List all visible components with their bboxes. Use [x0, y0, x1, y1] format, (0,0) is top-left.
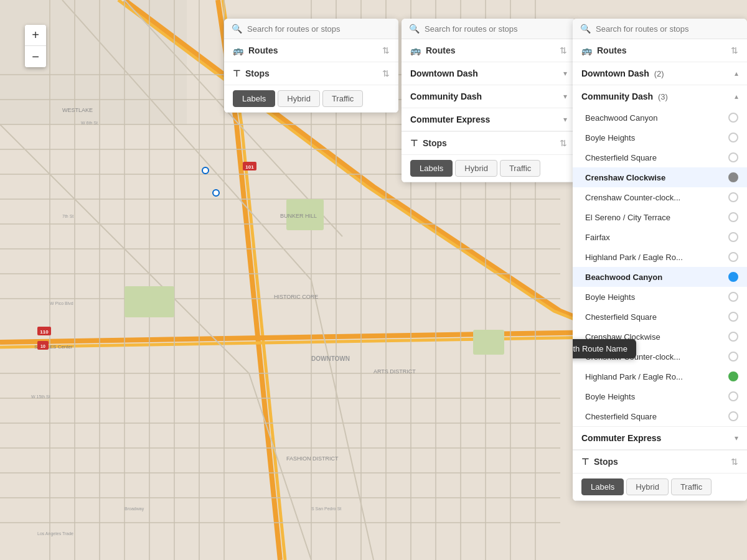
sub-route-highland-park-1[interactable]: Highland Park / Eagle Ro...	[573, 247, 747, 267]
tooltip-container: Highland Park / Eagle Ro... This is a No…	[573, 366, 747, 386]
svg-text:W Pico Blvd: W Pico Blvd	[50, 301, 73, 306]
chevron-commuter-2: ▾	[563, 115, 567, 124]
hybrid-btn-3[interactable]: Hybrid	[626, 478, 669, 495]
community-dash-label-2: Community Dash	[410, 91, 482, 101]
commuter-express-label-3: Commuter Express	[581, 433, 661, 443]
search-input-1[interactable]	[247, 24, 391, 34]
search-bar-3[interactable]: 🔍	[573, 19, 747, 39]
sub-route-chesterfield-3[interactable]: Chesterfield Square	[573, 406, 747, 426]
traffic-btn-2[interactable]: Traffic	[500, 160, 540, 177]
sub-route-crenshaw-ccw[interactable]: Crenshaw Counter-clock...	[573, 187, 747, 207]
sub-route-crenshaw-cw[interactable]: Crenshaw Clockwise	[573, 167, 747, 187]
sort-icon-3[interactable]: ⇅	[731, 45, 738, 55]
radio-boyle-2[interactable]	[728, 292, 738, 302]
route-group-commuter-3: Commuter Express ▾	[573, 427, 747, 450]
sub-route-boyle-heights-1[interactable]: Boyle Heights	[573, 128, 747, 147]
chevron-commuter-3: ▾	[735, 434, 738, 442]
sub-route-fairfax[interactable]: Fairfax	[573, 227, 747, 247]
svg-point-63	[213, 190, 219, 196]
radio-crenshaw-ccw[interactable]	[728, 192, 738, 202]
route-group-header-downtown-3[interactable]: Downtown Dash (2) ▴	[573, 62, 747, 85]
routes-section-header-3[interactable]: 🚌 Routes ⇅	[573, 39, 747, 62]
panel-routes-expanded: 🔍 🚌 Routes ⇅ Downtown Dash (2) ▴ Communi…	[573, 19, 747, 501]
traffic-btn-3[interactable]: Traffic	[671, 478, 712, 495]
sub-route-beachwood-2[interactable]: Beachwood Canyon	[573, 267, 747, 287]
search-input-2[interactable]	[425, 24, 568, 34]
radio-chesterfield-2[interactable]	[728, 312, 738, 322]
svg-text:W 6th St: W 6th St	[81, 121, 98, 125]
radio-fairfax[interactable]	[728, 232, 738, 242]
routes-title-2: 🚌 Routes	[410, 45, 455, 55]
route-group-header-commuter-2[interactable]: Commuter Express ▾	[402, 108, 576, 131]
traffic-btn-1[interactable]: Traffic	[322, 90, 363, 107]
sub-route-beachwood-1[interactable]: Beachwood Canyon	[573, 108, 747, 128]
sub-route-boyle-heights-2[interactable]: Boyle Heights	[573, 287, 747, 307]
routes-section-header-1[interactable]: 🚌 Routes ⇅	[224, 39, 398, 62]
sub-route-el-sereno[interactable]: El Sereno / City Terrace	[573, 207, 747, 227]
radio-highland-1[interactable]	[728, 252, 738, 262]
zoom-in-button[interactable]: +	[25, 25, 46, 46]
route-group-header-community-3[interactable]: Community Dash (3) ▴	[573, 85, 747, 108]
labels-btn-1[interactable]: Labels	[233, 90, 275, 107]
route-list-3: Downtown Dash (2) ▴ Community Dash (3) ▴…	[573, 62, 747, 450]
sub-route-boyle-heights-3[interactable]: Boyle Heights	[573, 386, 747, 406]
hybrid-btn-1[interactable]: Hybrid	[278, 90, 320, 107]
stops-sort-icon-1[interactable]: ⇅	[382, 68, 390, 78]
panel-routes-basic: 🔍 🚌 Routes ⇅ ⊤ Stops ⇅ Labels Hybrid Tra…	[224, 19, 398, 113]
svg-text:110: 110	[40, 329, 49, 335]
chevron-community-3: ▴	[735, 92, 738, 101]
svg-text:Los Angeles Trade: Los Angeles Trade	[37, 531, 73, 536]
svg-text:FASHION DISTRICT: FASHION DISTRICT	[286, 455, 339, 462]
search-bar-2[interactable]: 🔍	[402, 19, 576, 39]
search-icon-3: 🔍	[580, 24, 591, 34]
svg-text:DOWNTOWN: DOWNTOWN	[311, 355, 350, 362]
route-group-header-downtown-2[interactable]: Downtown Dash ▾	[402, 62, 576, 85]
chevron-downtown-3: ▴	[735, 69, 738, 78]
radio-crenshaw-cw[interactable]	[728, 172, 738, 182]
downtown-dash-label-3: Downtown Dash (2)	[581, 68, 664, 78]
radio-chesterfield-1[interactable]	[728, 152, 738, 162]
sub-route-crenshaw-ccw-2[interactable]: Crenshaw Counter-clock...	[573, 347, 747, 366]
svg-text:W 15th St: W 15th St	[31, 394, 50, 399]
labels-btn-2[interactable]: Labels	[410, 160, 453, 177]
panel-routes-collapsed: 🔍 🚌 Routes ⇅ Downtown Dash ▾ Community D…	[402, 19, 576, 182]
search-bar-1[interactable]: 🔍	[224, 19, 398, 39]
labels-btn-3[interactable]: Labels	[581, 478, 624, 495]
svg-rect-38	[125, 286, 174, 317]
chevron-community-2: ▾	[563, 92, 567, 101]
radio-chesterfield-3[interactable]	[728, 411, 738, 421]
radio-boyle-3[interactable]	[728, 391, 738, 401]
sub-route-crenshaw-cw-2[interactable]: Crenshaw Clockwise	[573, 327, 747, 347]
stops-sort-icon-2[interactable]: ⇅	[560, 138, 567, 148]
route-group-header-community-2[interactable]: Community Dash ▾	[402, 85, 576, 108]
hybrid-btn-2[interactable]: Hybrid	[455, 160, 497, 177]
stops-section-header-1[interactable]: ⊤ Stops ⇅	[224, 62, 398, 85]
search-input-3[interactable]	[596, 24, 740, 34]
zoom-out-button[interactable]: −	[25, 46, 46, 67]
sort-icon-2[interactable]: ⇅	[560, 45, 567, 55]
radio-crenshaw-ccw-2[interactable]	[728, 352, 738, 362]
radio-boyle-1[interactable]	[728, 133, 738, 142]
svg-text:Broadway: Broadway	[125, 506, 144, 511]
map-type-bar-3: Labels Hybrid Traffic	[573, 474, 747, 501]
route-group-header-commuter-3[interactable]: Commuter Express ▾	[573, 427, 747, 449]
sub-route-chesterfield-2[interactable]: Chesterfield Square	[573, 307, 747, 327]
svg-text:10: 10	[40, 344, 45, 348]
radio-beachwood-2[interactable]	[728, 272, 738, 282]
stops-section-header-3[interactable]: ⊤ Stops ⇅	[573, 450, 747, 474]
stops-sort-icon-3[interactable]: ⇅	[731, 457, 738, 467]
routes-section-header-2[interactable]: 🚌 Routes ⇅	[402, 39, 576, 62]
sort-icon-1[interactable]: ⇅	[382, 45, 390, 55]
sub-route-chesterfield-1[interactable]: Chesterfield Square	[573, 147, 747, 167]
downtown-dash-label-2: Downtown Dash	[410, 68, 478, 78]
radio-crenshaw-cw-2[interactable]	[728, 332, 738, 342]
stops-title-3: ⊤ Stops	[581, 457, 618, 467]
radio-highland-2[interactable]	[728, 371, 738, 381]
sub-route-highland-park-2[interactable]: Highland Park / Eagle Ro...	[573, 366, 747, 386]
radio-el-sereno[interactable]	[728, 212, 738, 222]
map-zoom-controls: + −	[25, 25, 46, 67]
stops-title-2: ⊤ Stops	[410, 138, 447, 148]
stops-section-header-2[interactable]: ⊤ Stops ⇅	[402, 132, 576, 155]
radio-beachwood-1[interactable]	[728, 113, 738, 123]
svg-text:S San Pedro St: S San Pedro St	[311, 506, 341, 511]
